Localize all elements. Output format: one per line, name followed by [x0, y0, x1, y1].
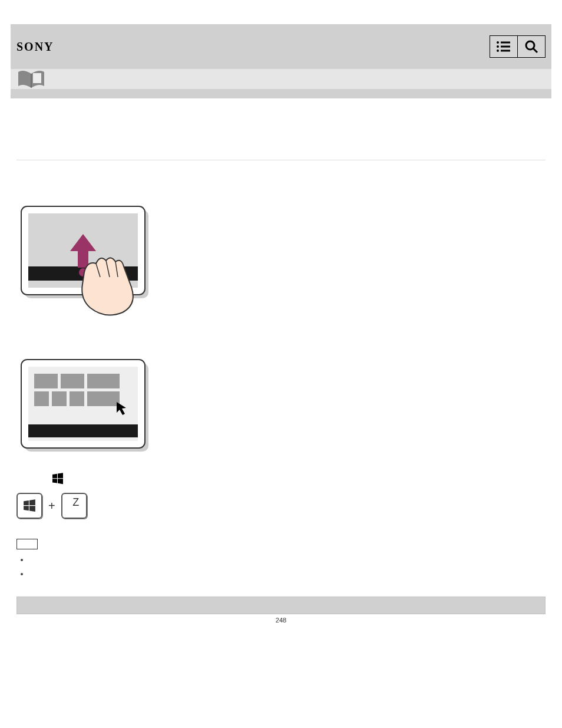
document-page: SONY [11, 24, 551, 630]
svg-rect-20 [34, 391, 49, 406]
svg-rect-5 [501, 50, 510, 52]
plus-symbol: + [48, 499, 55, 513]
windows-icon [23, 499, 36, 512]
subheader-bar [11, 69, 551, 89]
svg-marker-28 [52, 479, 57, 483]
svg-rect-1 [501, 42, 510, 44]
svg-rect-18 [61, 374, 84, 388]
svg-marker-29 [58, 479, 63, 484]
svg-rect-3 [501, 46, 510, 48]
page-number: 248 [16, 617, 546, 624]
svg-marker-27 [58, 473, 63, 478]
spacer [16, 527, 546, 539]
svg-marker-32 [24, 506, 29, 510]
windows-key-inline [52, 473, 64, 485]
svg-marker-26 [52, 474, 57, 478]
search-button[interactable] [517, 35, 546, 58]
brand-logo: SONY [16, 40, 54, 54]
list-item [29, 569, 546, 579]
footer-banner [16, 597, 546, 614]
search-icon [524, 39, 538, 54]
svg-marker-33 [29, 506, 35, 512]
svg-point-6 [526, 41, 534, 50]
key-z: Z [61, 493, 87, 519]
windows-icon [52, 473, 64, 485]
spacer [16, 110, 546, 146]
svg-point-4 [497, 50, 499, 52]
svg-rect-24 [28, 424, 138, 437]
svg-rect-17 [34, 374, 58, 388]
subheader-shadow [11, 89, 551, 98]
spacer [16, 337, 546, 349]
svg-point-0 [497, 41, 499, 44]
svg-rect-22 [70, 391, 84, 406]
svg-rect-23 [87, 391, 120, 406]
key-z-label: Z [72, 496, 79, 509]
svg-line-7 [533, 48, 537, 52]
spacer [16, 160, 546, 196]
svg-rect-19 [87, 374, 120, 388]
list-icon [496, 41, 511, 52]
content-area: + Z 248 [11, 98, 551, 630]
key-windows [16, 493, 42, 519]
note-list [16, 555, 546, 579]
svg-point-2 [497, 45, 499, 48]
svg-rect-21 [52, 391, 67, 406]
header-bar: SONY [11, 24, 551, 69]
svg-marker-30 [24, 500, 29, 505]
page-wrapper: SONY [0, 0, 562, 640]
illustration-mouse-appbar [16, 355, 546, 455]
note-label-box [16, 539, 38, 549]
keyboard-shortcut: + Z [16, 493, 546, 519]
illustration-swipe-up [16, 202, 546, 319]
menu-button[interactable] [490, 35, 518, 58]
list-item [29, 555, 546, 565]
svg-marker-31 [29, 499, 35, 505]
header-buttons [490, 35, 546, 58]
book-icon [16, 70, 46, 88]
